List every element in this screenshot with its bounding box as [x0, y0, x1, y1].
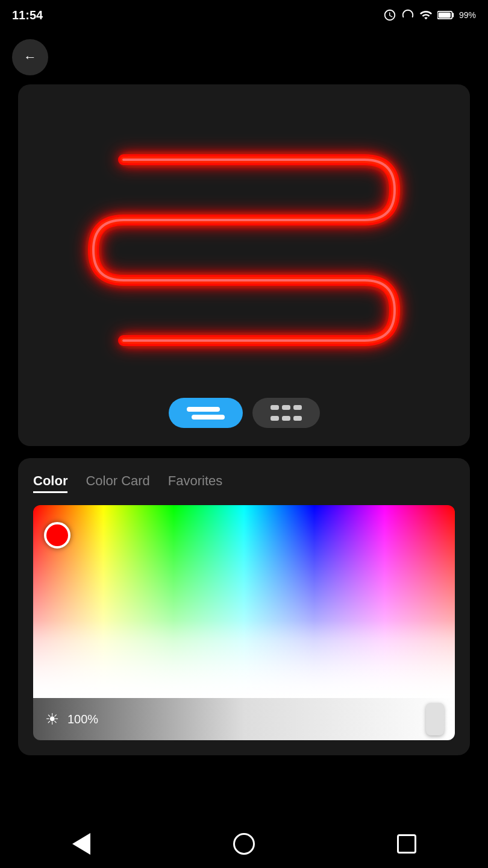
- nav-back-button[interactable]: [66, 829, 96, 859]
- brightness-bar[interactable]: ☀ 100%: [33, 698, 455, 740]
- svg-rect-2: [439, 13, 451, 18]
- signal-icon: [401, 8, 414, 22]
- nav-recent-icon: [397, 834, 416, 854]
- neon-animation-display: [36, 102, 452, 386]
- alarm-icon: [383, 8, 396, 22]
- back-button[interactable]: ←: [12, 39, 48, 75]
- back-arrow-icon: ←: [23, 49, 37, 65]
- tab-favorites[interactable]: Favorites: [168, 473, 222, 493]
- mode-wave-button[interactable]: [169, 398, 243, 428]
- battery-icon: [437, 8, 454, 22]
- color-gradient[interactable]: [33, 505, 455, 698]
- brightness-value: 100%: [67, 712, 98, 726]
- nav-home-icon: [233, 833, 255, 855]
- color-picker[interactable]: ☀ 100%: [33, 505, 455, 740]
- brightness-thumb[interactable]: [426, 703, 444, 735]
- color-selector-thumb[interactable]: [44, 522, 70, 549]
- bottom-nav: [0, 820, 488, 868]
- status-bar: 11:54 99%: [0, 0, 488, 30]
- mode-buttons: [169, 398, 320, 428]
- battery-percentage: 99%: [459, 10, 476, 20]
- svg-rect-1: [452, 13, 454, 17]
- neon-display-card: [18, 84, 470, 446]
- status-time: 11:54: [12, 8, 43, 22]
- wave-lines-icon: [187, 407, 225, 420]
- status-icons: 99%: [383, 8, 476, 22]
- neon-svg: [69, 112, 419, 377]
- brightness-icon: ☀: [45, 710, 59, 729]
- nav-recent-button[interactable]: [392, 829, 422, 859]
- mode-lines-button[interactable]: [252, 398, 320, 428]
- color-tabs: Color Color Card Favorites: [33, 473, 455, 493]
- nav-back-icon: [72, 833, 90, 855]
- lines-icon: [271, 405, 302, 421]
- color-panel: Color Color Card Favorites ☀ 100%: [18, 458, 470, 755]
- wifi-icon: [419, 8, 433, 22]
- tab-color-card[interactable]: Color Card: [86, 473, 149, 493]
- nav-home-button[interactable]: [229, 829, 259, 859]
- tab-color[interactable]: Color: [33, 473, 67, 493]
